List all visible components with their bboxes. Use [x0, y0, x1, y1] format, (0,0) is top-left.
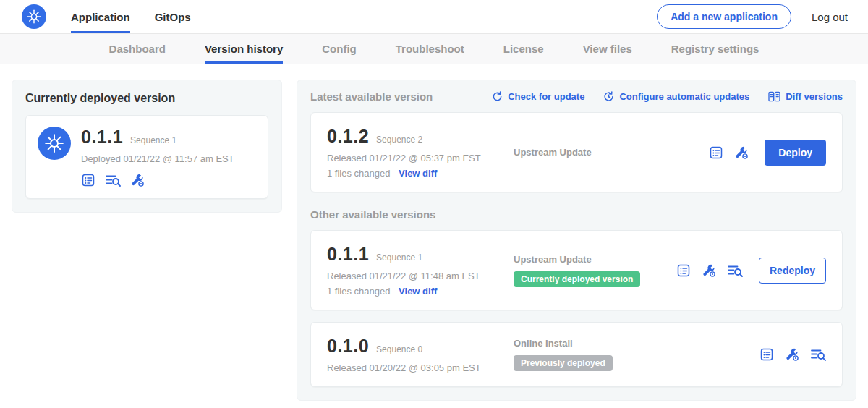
app-logo-icon — [38, 127, 71, 160]
edit-config-icon[interactable] — [734, 145, 749, 160]
tab-gitops-label: GitOps — [155, 11, 191, 23]
tab-gitops[interactable]: GitOps — [155, 0, 191, 33]
view-diff-link[interactable]: View diff — [399, 168, 437, 179]
files-changed-count: 1 files changed — [327, 286, 390, 297]
edit-config-icon[interactable] — [130, 173, 145, 187]
version-source-label: Upstream Update — [514, 147, 702, 158]
version-source-label: Upstream Update — [514, 254, 669, 265]
subnav-item-license[interactable]: License — [503, 34, 544, 64]
add-application-button[interactable]: Add a new application — [657, 4, 791, 29]
deploy-button[interactable]: Deploy — [765, 140, 826, 166]
configure-automatic-updates-link[interactable]: Configure automatic updates — [603, 91, 749, 102]
edit-config-icon[interactable] — [702, 263, 716, 278]
view-files-icon[interactable] — [105, 173, 121, 187]
version-number: 0.1.0 — [327, 336, 369, 357]
main-content: Currently deployed version 0.1.1 Sequenc… — [0, 64, 868, 408]
release-notes-icon[interactable] — [760, 347, 774, 362]
deployed-version-card: 0.1.1 Sequence 1 Deployed 01/21/22 @ 11:… — [25, 115, 268, 199]
sequence-label: Sequence 2 — [376, 135, 422, 145]
configure-automatic-updates-label: Configure automatic updates — [619, 91, 749, 102]
released-timestamp: Released 01/21/22 @ 11:48 am EST — [327, 271, 514, 281]
edit-config-icon[interactable] — [785, 347, 799, 362]
version-card: 0.1.2 Sequence 2 Released 01/21/22 @ 05:… — [310, 112, 843, 192]
deployed-sequence-label: Sequence 1 — [130, 135, 176, 145]
subnav-item-view-files[interactable]: View files — [583, 34, 632, 64]
tab-application-label: Application — [71, 11, 130, 23]
diff-versions-label: Diff versions — [786, 91, 843, 102]
logout-link[interactable]: Log out — [812, 11, 848, 23]
diff-columns-icon — [768, 91, 780, 102]
subnav-item-dashboard[interactable]: Dashboard — [109, 34, 166, 64]
subnav-item-registry-settings[interactable]: Registry settings — [671, 34, 760, 64]
version-card: 0.1.0 Sequence 0 Released 01/20/22 @ 03:… — [310, 322, 843, 387]
release-notes-icon[interactable] — [81, 173, 95, 187]
tab-application[interactable]: Application — [71, 0, 130, 33]
sequence-label: Sequence 1 — [376, 252, 422, 263]
app-sub-nav: Dashboard Version history Config Trouble… — [0, 34, 868, 64]
release-notes-icon[interactable] — [676, 263, 691, 278]
currently-deployed-title: Currently deployed version — [25, 92, 268, 105]
latest-available-title: Latest available version — [310, 90, 433, 103]
kubernetes-logo-icon — [22, 4, 46, 29]
released-timestamp: Released 01/21/22 @ 05:37 pm EST — [327, 153, 514, 163]
check-for-update-link[interactable]: Check for update — [492, 91, 584, 102]
refresh-icon — [492, 91, 503, 102]
deployed-timestamp: Deployed 01/21/22 @ 11:57 am EST — [81, 153, 234, 164]
currently-deployed-panel: Currently deployed version 0.1.1 Sequenc… — [12, 80, 282, 213]
currently-deployed-badge: Currently deployed version — [514, 271, 640, 287]
deployed-version-number: 0.1.1 — [81, 127, 123, 148]
sequence-label: Sequence 0 — [376, 344, 422, 354]
version-source-label: Online Install — [514, 338, 752, 349]
view-files-icon[interactable] — [727, 263, 743, 278]
auto-update-clock-icon — [603, 91, 614, 102]
check-for-update-label: Check for update — [508, 91, 584, 102]
subnav-item-config[interactable]: Config — [322, 34, 356, 64]
version-number: 0.1.2 — [327, 126, 369, 147]
version-card: 0.1.1 Sequence 1 Released 01/21/22 @ 11:… — [310, 230, 843, 310]
release-notes-icon[interactable] — [709, 145, 723, 160]
subnav-item-troubleshoot[interactable]: Troubleshoot — [396, 34, 464, 64]
files-changed-count: 1 files changed — [327, 168, 390, 179]
diff-versions-link[interactable]: Diff versions — [768, 91, 843, 102]
redeploy-button[interactable]: Redeploy — [759, 258, 826, 284]
available-versions-panel: Latest available version Check for updat… — [297, 80, 856, 401]
top-bar: Application GitOps Add a new application… — [0, 0, 868, 34]
other-versions-title: Other available versions — [310, 208, 843, 221]
previously-deployed-badge: Previously deployed — [514, 355, 613, 371]
view-diff-link[interactable]: View diff — [399, 286, 437, 297]
view-files-icon[interactable] — [810, 347, 826, 362]
subnav-item-version-history[interactable]: Version history — [205, 34, 283, 64]
released-timestamp: Released 01/20/22 @ 03:05 pm EST — [327, 362, 514, 373]
version-number: 0.1.1 — [327, 244, 369, 265]
